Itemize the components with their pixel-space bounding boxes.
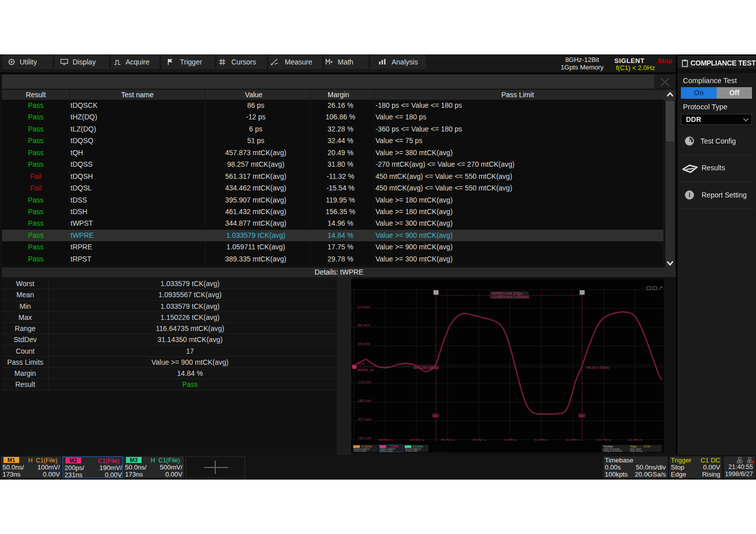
svg-text:-38.452 ns: -38.452 ns	[472, 438, 486, 441]
svg-text:Edge Rising: Edge Rising	[630, 450, 643, 452]
svg-text:M2: M2	[579, 414, 584, 418]
svg-text:1.033579 tCK 1.0936ms: 1.033579 tCK 1.0936ms	[491, 295, 530, 299]
svg-text:tWL(614.356ps): tWL(614.356ps)	[586, 366, 609, 370]
svg-text:231ns 0.00V: 231ns 0.00V	[380, 450, 393, 452]
svg-text:-198.452 ns: -198.452 ns	[377, 438, 393, 441]
svg-text:M2: M2	[433, 414, 438, 418]
svg-text:173ns 0.00V: 173ns 0.00V	[405, 450, 418, 452]
svg-text:-138.452 ns: -138.452 ns	[408, 438, 424, 441]
svg-text:-88.452 ns: -88.452 ns	[440, 438, 455, 441]
svg-text:-577.1mV: -577.1mV	[357, 418, 372, 421]
svg-text:382.9mV: 382.9mV	[357, 323, 371, 327]
svg-text:173ns 0.00V: 173ns 0.00V	[354, 450, 366, 452]
svg-text:100kpts 20.0GSa/s: 100kpts 20.0GSa/s	[603, 450, 623, 452]
svg-text:211.548 ns: 211.548 ns	[627, 438, 642, 441]
svg-text:-769.1mV: -769.1mV	[357, 436, 372, 440]
svg-text:-385.1mV: -385.1mV	[357, 399, 372, 403]
svg-text:tWPRE_off: tWPRE_off	[357, 368, 373, 372]
svg-text:161.748 ns: 161.748 ns	[596, 438, 611, 441]
svg-text:190.9mV: 190.9mV	[357, 342, 371, 346]
svg-text:574.9mV: 574.9mV	[357, 305, 371, 309]
svg-text:111.548 ns: 111.548 ns	[565, 438, 580, 441]
svg-text:11.548 ns: 11.548 ns	[503, 438, 517, 441]
svg-text:61.548 ns: 61.548 ns	[535, 438, 548, 441]
svg-text:-193.1mV: -193.1mV	[357, 380, 372, 384]
svg-text:C1 DC: C1 DC	[644, 445, 651, 448]
